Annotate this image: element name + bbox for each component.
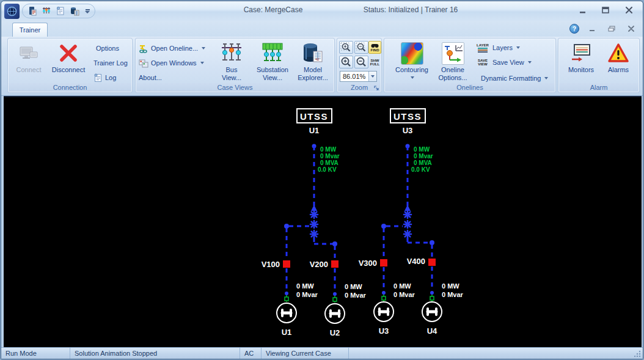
bus-label: V300: [359, 259, 377, 268]
transformer-symbol[interactable]: [310, 211, 318, 218]
substation-view-button[interactable]: Substation View...: [253, 40, 292, 82]
bus-view-button[interactable]: Bus View...: [213, 40, 251, 82]
bus-view-label-line1: Bus: [226, 66, 238, 74]
model-explorer-button[interactable]: 42 Model Explorer...: [293, 40, 332, 82]
status-bar: Run Mode Solution Animation Stopped AC V…: [1, 347, 643, 359]
status-mode: Run Mode: [1, 348, 70, 359]
line-flow-kv: 0.0 KV: [318, 166, 337, 173]
breaker-symbol[interactable]: [382, 296, 386, 300]
gen-flow-mvar: 0 Mvar: [393, 291, 415, 298]
about-label: About...: [139, 74, 162, 81]
options-button[interactable]: Options: [96, 42, 119, 54]
show-full-button[interactable]: SHW FULL: [368, 56, 381, 68]
generator-label: U1: [282, 328, 292, 337]
alarms-button[interactable]: Alarms: [602, 40, 634, 74]
about-button[interactable]: About...: [139, 72, 162, 84]
substation-name-label: U1: [309, 126, 320, 135]
breaker-symbol[interactable]: [285, 297, 288, 301]
close-button[interactable]: [621, 6, 637, 15]
breaker-symbol[interactable]: [333, 298, 337, 301]
app-icon[interactable]: [4, 4, 20, 19]
transformer-symbol[interactable]: [404, 221, 411, 228]
zoom-level-dropdown-button[interactable]: [368, 72, 376, 81]
trainer-log-label: Trainer Log: [93, 59, 128, 67]
transformer-symbol[interactable]: [404, 230, 411, 238]
disconnect-button[interactable]: Disconnect: [46, 40, 91, 74]
oneline-options-label-line1: Oneline: [441, 66, 464, 74]
maximize-button[interactable]: [598, 6, 613, 15]
oneline-options-label-line2: Options...: [438, 74, 467, 82]
bus-node[interactable]: [331, 260, 338, 268]
log-icon: [93, 73, 103, 83]
bus-view-quick-icon[interactable]: [40, 5, 53, 17]
contouring-dropdown-icon: [411, 76, 414, 79]
contouring-button[interactable]: Contouring: [393, 40, 431, 79]
transformer-symbol[interactable]: [310, 221, 318, 228]
breaker-symbol[interactable]: [430, 296, 434, 300]
resize-grip-icon[interactable]: [632, 348, 643, 359]
contouring-icon: [401, 42, 423, 65]
contouring-label: Contouring: [395, 66, 428, 74]
disconnect-icon: [59, 40, 78, 66]
status-title: Status: Initialized | Trainer 16: [343, 6, 478, 14]
bus-label: V200: [310, 260, 328, 269]
dynamic-formatting-button[interactable]: Dynamic Formatting: [481, 72, 548, 84]
generator-symbol[interactable]: [422, 302, 442, 321]
bus-node[interactable]: [283, 260, 290, 268]
bus-view-label-line2: View...: [222, 74, 241, 82]
bus-node[interactable]: [428, 259, 436, 266]
open-oneline-icon: [139, 44, 148, 53]
substation-view-label-line1: Substation: [257, 66, 288, 74]
window-controls: [574, 6, 637, 15]
minimize-button[interactable]: [574, 6, 590, 15]
oneline-options-button[interactable]: Oneline Options...: [433, 40, 472, 82]
group-caption-connection: Connection: [9, 83, 131, 92]
open-case-icon[interactable]: [26, 5, 38, 17]
generator-label: U4: [427, 326, 437, 336]
zoom-level-combobox[interactable]: 86.01%: [340, 71, 377, 82]
mdi-minimize-button[interactable]: [585, 24, 599, 34]
model-explorer-label-line2: Explorer...: [298, 74, 328, 82]
save-view-button[interactable]: SAVE VIEW Save View: [475, 56, 532, 68]
zoom-in-button[interactable]: [339, 56, 353, 68]
help-icon[interactable]: ?: [569, 24, 579, 34]
transformer-symbol[interactable]: [404, 211, 411, 218]
generator-symbol[interactable]: [277, 303, 296, 323]
log-button[interactable]: Log: [93, 72, 116, 84]
trainer-log-button[interactable]: Trainer Log: [93, 57, 128, 69]
connect-button[interactable]: Connect: [12, 40, 46, 74]
status-viewing: Viewing Current Case: [262, 348, 349, 359]
monitors-button[interactable]: Monitors: [563, 40, 599, 74]
binoculars-icon: [371, 43, 379, 48]
layers-button[interactable]: LAYER Layers: [475, 42, 520, 54]
disconnect-label: Disconnect: [52, 66, 85, 74]
find-button[interactable]: FIND: [368, 41, 381, 54]
customize-qat-icon[interactable]: [85, 9, 90, 13]
open-oneline-label: Open Oneline...: [151, 45, 198, 52]
generator-symbol[interactable]: [374, 302, 393, 321]
oneline-diagram: UTSS U1 0 MW 0 Mvar 0 MVA 0.0 KV: [4, 97, 642, 347]
bus-node[interactable]: [380, 259, 387, 266]
mdi-restore-button[interactable]: [605, 24, 618, 34]
oneline-canvas[interactable]: UTSS U1 0 MW 0 Mvar 0 MVA 0.0 KV: [4, 96, 642, 347]
gen-flow-mvar: 0 Mvar: [296, 291, 318, 298]
tab-trainer[interactable]: Trainer: [12, 23, 48, 37]
connect-icon: [18, 40, 40, 66]
model-explorer-quick-icon[interactable]: [68, 5, 81, 17]
mdi-close-button[interactable]: [624, 24, 638, 34]
transformer-symbol[interactable]: [310, 230, 318, 238]
zoom-dropdown-icon: [371, 75, 375, 78]
open-windows-button[interactable]: Open Windows: [139, 57, 204, 69]
ribbon-tab-row: Trainer ?: [1, 21, 643, 37]
zoom-dialog-launcher-icon[interactable]: [374, 86, 379, 91]
zoom-rectangle-out-button[interactable]: [354, 41, 368, 54]
svg-text:42: 42: [315, 57, 320, 61]
open-oneline-button[interactable]: Open Oneline...: [139, 42, 205, 54]
log-quick-icon[interactable]: [54, 5, 67, 17]
zoom-out-button[interactable]: [354, 56, 368, 68]
show-full-label-line2: FULL: [370, 62, 379, 66]
generator-symbol[interactable]: [325, 304, 345, 323]
log-label: Log: [105, 74, 116, 81]
zoom-rectangle-in-button[interactable]: [339, 41, 353, 54]
line-arrow-icon: [311, 205, 317, 211]
